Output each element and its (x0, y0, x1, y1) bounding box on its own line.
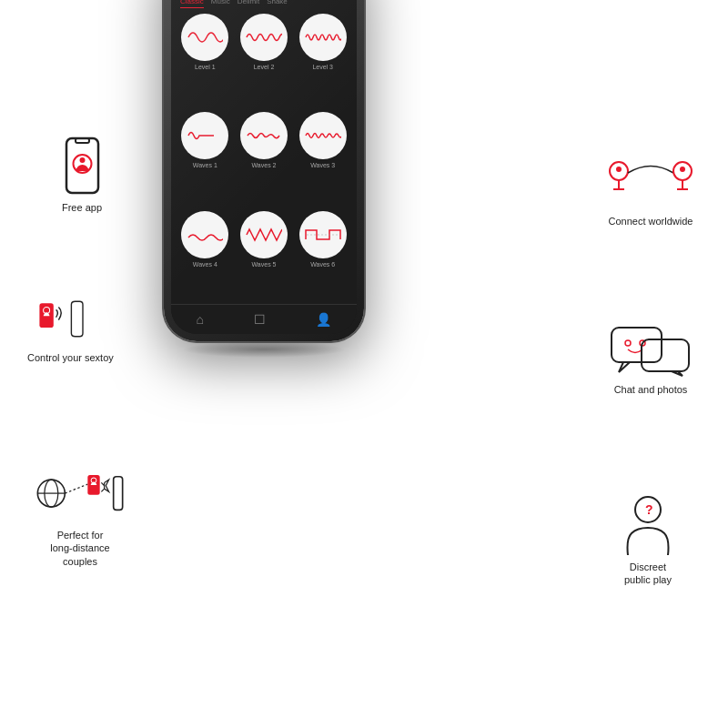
level2-label: Level 2 (254, 64, 275, 70)
connect-worldwide-icon (601, 155, 701, 205)
grid-item-waves2[interactable]: Waves 2 (238, 112, 291, 205)
free-app-label: Free app (62, 201, 102, 214)
feature-control: Control your sextoy (27, 291, 114, 364)
waves2-label: Waves 2 (252, 162, 277, 168)
svg-line-10 (65, 484, 87, 493)
long-distance-label: Perfect for long-distance couples (50, 529, 109, 568)
chat-icon (610, 323, 692, 378)
waves5-label: Waves 5 (252, 261, 277, 268)
svg-point-20 (625, 340, 631, 346)
control-icon (38, 291, 102, 346)
home-nav-icon[interactable]: ⌂ (197, 312, 204, 327)
control-label: Control your sextoy (27, 351, 114, 364)
svg-point-14 (616, 167, 622, 172)
phone: ‹ Play modes ● ✦ Classic Music Delimit S… (164, 0, 364, 341)
svg-rect-19 (612, 328, 662, 362)
tab-shake[interactable]: Shake (267, 0, 288, 8)
svg-rect-2 (76, 138, 89, 143)
long-distance-icon (35, 464, 126, 523)
waves6-label: Waves 6 (310, 261, 335, 268)
tab-music[interactable]: Music (211, 0, 230, 8)
svg-point-17 (680, 167, 685, 172)
grid-item-level3[interactable]: Level 3 (296, 14, 349, 106)
phone-icon (57, 136, 107, 200)
svg-point-4 (79, 157, 85, 163)
discreet-icon: ? (612, 491, 684, 555)
chat-photos-icon (610, 323, 692, 378)
level3-label: Level 3 (312, 64, 333, 70)
svg-text:?: ? (645, 502, 653, 517)
feature-free-app: Free app (50, 141, 114, 214)
waves1-label: Waves 1 (193, 162, 217, 168)
grid-item-waves5[interactable]: Waves 5 (238, 211, 291, 304)
tab-delimit[interactable]: Delimit (238, 0, 259, 8)
connect-icon (601, 150, 701, 209)
chat-nav-icon[interactable]: ☐ (254, 312, 266, 327)
feature-chat: Chat and photos (610, 323, 692, 396)
level1-label: Level 1 (195, 64, 216, 70)
grid-item-waves4[interactable]: Waves 4 (178, 211, 232, 304)
screen-tabs: Classic Music Delimit Shake (171, 0, 357, 8)
grid-item-waves3[interactable]: Waves 3 (296, 112, 349, 205)
free-app-icon (50, 141, 114, 196)
grid-item-level1[interactable]: Level 1 (178, 14, 232, 106)
profile-nav-icon[interactable]: 👤 (316, 312, 331, 327)
chat-label: Chat and photos (614, 383, 688, 396)
grid-item-level2[interactable]: Level 2 (238, 14, 291, 106)
wave-grid: Level 1 Level 2 Level 3 (171, 14, 357, 304)
discreet-public-play-icon: ? (612, 491, 684, 555)
grid-item-waves6[interactable]: Waves 6 (296, 211, 349, 304)
grid-item-waves1[interactable]: Waves 1 (178, 112, 232, 205)
waves4-label: Waves 4 (193, 261, 217, 268)
discreet-label: Discreet public play (624, 561, 672, 587)
control-sextoy-icon (38, 289, 102, 349)
tab-classic[interactable]: Classic (180, 0, 204, 8)
globe-icon (35, 464, 126, 523)
connect-label: Connect worldwide (609, 215, 693, 228)
feature-long-distance: Perfect for long-distance couples (35, 464, 126, 568)
feature-discreet: ? Discreet public play (612, 491, 684, 587)
feature-connect: Connect worldwide (601, 150, 701, 228)
waves3-label: Waves 3 (310, 162, 335, 168)
bottom-nav: ⌂ ☐ 👤 (171, 304, 357, 334)
svg-rect-22 (642, 339, 689, 371)
